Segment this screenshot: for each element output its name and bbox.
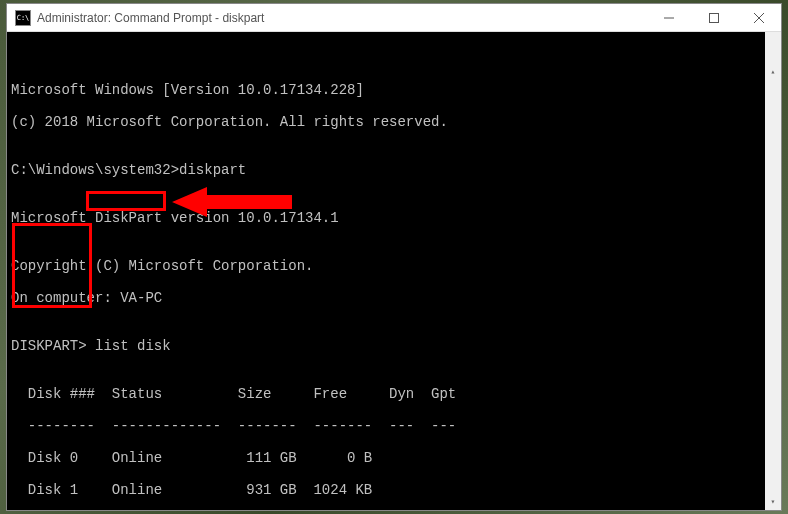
- prompt2-cmd: list disk: [95, 338, 171, 354]
- table-divider: -------- ------------- ------- ------- -…: [11, 418, 761, 434]
- prompt1-cmd: diskpart: [179, 162, 246, 178]
- line-prompt2: DISKPART> list disk: [11, 338, 761, 354]
- line-winver: Microsoft Windows [Version 10.0.17134.22…: [11, 82, 761, 98]
- terminal-content: Microsoft Windows [Version 10.0.17134.22…: [11, 66, 777, 510]
- close-icon: [754, 13, 764, 23]
- scroll-up-icon[interactable]: ▴: [765, 64, 781, 80]
- line-prompt1: C:\Windows\system32>diskpart: [11, 162, 761, 178]
- line-copyright: (c) 2018 Microsoft Corporation. All righ…: [11, 114, 761, 130]
- minimize-icon: [664, 13, 674, 23]
- maximize-icon: [709, 13, 719, 23]
- table-header: Disk ### Status Size Free Dyn Gpt: [11, 386, 761, 402]
- scrollbar[interactable]: ▴ ▾: [765, 32, 781, 510]
- prompt2-label: DISKPART>: [11, 338, 95, 354]
- line-dpcopy: Copyright (C) Microsoft Corporation.: [11, 258, 761, 274]
- terminal-area[interactable]: Microsoft Windows [Version 10.0.17134.22…: [7, 32, 781, 510]
- table-row: Disk 0 Online 111 GB 0 B: [11, 450, 761, 466]
- titlebar[interactable]: C:\ Administrator: Command Prompt - disk…: [7, 4, 781, 32]
- svg-rect-1: [709, 13, 718, 22]
- scroll-down-icon[interactable]: ▾: [765, 494, 781, 510]
- maximize-button[interactable]: [691, 4, 736, 32]
- cmd-window: C:\ Administrator: Command Prompt - disk…: [6, 3, 782, 511]
- line-oncomputer: On computer: VA-PC: [11, 290, 761, 306]
- cmd-icon: C:\: [15, 10, 31, 26]
- window-title: Administrator: Command Prompt - diskpart: [37, 11, 646, 25]
- close-button[interactable]: [736, 4, 781, 32]
- prompt1-path: C:\Windows\system32>: [11, 162, 179, 178]
- minimize-button[interactable]: [646, 4, 691, 32]
- cmd-icon-text: C:\: [17, 14, 30, 22]
- table-row: Disk 1 Online 931 GB 1024 KB: [11, 482, 761, 498]
- line-dpver: Microsoft DiskPart version 10.0.17134.1: [11, 210, 761, 226]
